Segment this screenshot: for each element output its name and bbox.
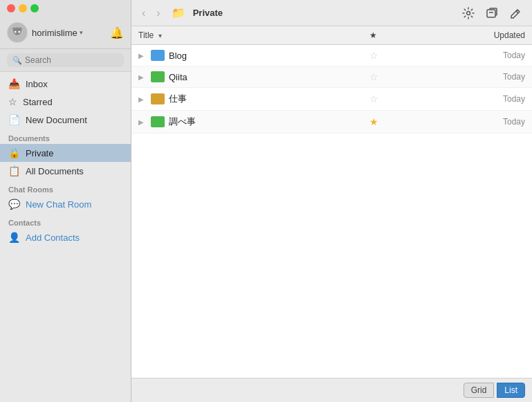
svg-line-9 <box>516 11 518 13</box>
svg-point-4 <box>15 31 17 33</box>
svg-rect-7 <box>487 10 495 17</box>
sidebar-item-label: Private <box>26 148 53 158</box>
inbox-icon: 📥 <box>8 78 20 89</box>
compose-icon <box>509 7 522 19</box>
table-row[interactable]: ▶ 仕事 ☆ Today <box>131 88 532 111</box>
updated-cell: Today <box>385 111 532 134</box>
updated-cell: Today <box>385 66 532 88</box>
table-row[interactable]: ▶ 調べ事 ★ Today <box>131 111 532 134</box>
expand-arrow-icon[interactable]: ▶ <box>138 73 147 81</box>
sidebar-item-new-chat-room[interactable]: 💬 New Chat Room <box>0 195 131 213</box>
sidebar-item-label: Starred <box>23 97 53 107</box>
document-name: 仕事 <box>169 93 187 105</box>
toolbar: ‹ › 📁 Private <box>131 0 532 26</box>
title-cell: ▶ 仕事 <box>131 88 363 111</box>
sidebar-item-label: New Document <box>26 115 87 125</box>
chevron-down-icon: ▾ <box>80 29 83 36</box>
main-content: ‹ › 📁 Private <box>131 0 532 402</box>
sidebar-item-all-documents[interactable]: 📋 All Documents <box>0 162 131 180</box>
document-table-container: Title ▾ ★ Updated ▶ Blog <box>131 26 532 378</box>
folder-color-icon <box>151 93 165 104</box>
title-cell: ▶ Qiita <box>131 66 363 88</box>
toolbar-right <box>459 5 525 21</box>
document-name: Qiita <box>169 72 187 82</box>
star-column-header[interactable]: ★ <box>363 26 385 45</box>
new-window-icon <box>486 7 498 19</box>
star-empty-icon[interactable]: ☆ <box>369 93 378 104</box>
document-table: Title ▾ ★ Updated ▶ Blog <box>131 26 532 134</box>
settings-button[interactable] <box>459 5 478 21</box>
close-button[interactable] <box>7 4 15 12</box>
sidebar: horimislime ▾ 🔔 🔍 📥 Inbox ☆ Starred 📄 Ne… <box>0 0 131 402</box>
list-view-button[interactable]: List <box>497 383 525 398</box>
search-icon: 🔍 <box>12 56 22 65</box>
svg-point-6 <box>467 11 470 15</box>
chevron-left-icon: ‹ <box>142 7 145 19</box>
star-cell[interactable]: ☆ <box>363 45 385 66</box>
svg-point-3 <box>19 28 22 32</box>
title-cell: ▶ 調べ事 <box>131 111 363 134</box>
grid-view-button[interactable]: Grid <box>464 383 495 398</box>
sidebar-item-label: All Documents <box>26 166 84 176</box>
sidebar-item-label: Inbox <box>26 79 48 89</box>
chevron-right-icon: › <box>156 7 160 19</box>
sidebar-item-inbox[interactable]: 📥 Inbox <box>0 75 131 93</box>
star-icon: ☆ <box>8 96 17 107</box>
document-name: Blog <box>169 51 187 61</box>
person-add-icon: 👤 <box>8 232 20 243</box>
document-icon: 📋 <box>8 165 20 176</box>
search-wrap: 🔍 <box>7 53 124 67</box>
star-empty-icon[interactable]: ☆ <box>369 50 378 61</box>
title-column-header[interactable]: Title ▾ <box>131 26 363 45</box>
folder-color-icon <box>151 71 165 82</box>
svg-point-5 <box>18 31 20 33</box>
breadcrumb-title: Private <box>193 8 223 18</box>
search-bar: 🔍 <box>0 49 131 72</box>
sidebar-item-label: Add Contacts <box>26 232 80 243</box>
new-window-button[interactable] <box>482 5 502 21</box>
sidebar-nav: 📥 Inbox ☆ Starred 📄 New Document Documen… <box>0 72 131 402</box>
star-cell[interactable]: ★ <box>363 111 385 134</box>
sidebar-item-starred[interactable]: ☆ Starred <box>0 93 131 111</box>
sort-indicator: ▾ <box>158 32 162 39</box>
table-row[interactable]: ▶ Qiita ☆ Today <box>131 66 532 88</box>
star-cell[interactable]: ☆ <box>363 88 385 111</box>
username-area[interactable]: horimislime ▾ <box>32 28 106 38</box>
maximize-button[interactable] <box>30 4 39 12</box>
sidebar-item-add-contacts[interactable]: 👤 Add Contacts <box>0 228 131 246</box>
traffic-lights <box>0 0 131 17</box>
forward-button[interactable]: › <box>153 5 163 21</box>
sidebar-item-new-document[interactable]: 📄 New Document <box>0 111 131 129</box>
table-row[interactable]: ▶ Blog ☆ Today <box>131 45 532 66</box>
folder-color-icon <box>151 50 165 61</box>
folder-nav-button[interactable]: 📁 <box>168 4 189 21</box>
lock-icon: 🔒 <box>8 147 20 158</box>
notification-bell-icon[interactable]: 🔔 <box>110 26 124 39</box>
folder-color-icon <box>151 116 165 127</box>
minimize-button[interactable] <box>19 4 27 12</box>
sidebar-header: horimislime ▾ 🔔 <box>0 17 131 49</box>
expand-arrow-icon[interactable]: ▶ <box>138 52 147 60</box>
compose-button[interactable] <box>506 5 525 21</box>
username: horimislime <box>32 28 77 38</box>
new-doc-icon: 📄 <box>8 114 20 125</box>
updated-column-header[interactable]: Updated <box>385 26 532 45</box>
section-label-contacts: Contacts <box>0 213 131 228</box>
title-cell: ▶ Blog <box>131 45 363 66</box>
star-cell[interactable]: ☆ <box>363 66 385 88</box>
document-name: 調べ事 <box>169 116 196 128</box>
back-button[interactable]: ‹ <box>138 5 149 21</box>
sidebar-item-label: New Chat Room <box>26 199 91 210</box>
star-empty-icon[interactable]: ☆ <box>369 71 378 82</box>
expand-arrow-icon[interactable]: ▶ <box>138 95 147 103</box>
search-input[interactable] <box>25 55 118 65</box>
avatar <box>7 22 28 43</box>
sidebar-item-private[interactable]: 🔒 Private <box>0 144 131 162</box>
folder-nav-icon: 📁 <box>172 6 185 19</box>
updated-cell: Today <box>385 88 532 111</box>
star-filled-icon[interactable]: ★ <box>369 116 378 127</box>
expand-arrow-icon[interactable]: ▶ <box>138 118 147 126</box>
section-label-chatrooms: Chat Rooms <box>0 180 131 195</box>
bottom-bar: Grid List <box>131 378 532 402</box>
chat-icon: 💬 <box>8 199 20 210</box>
